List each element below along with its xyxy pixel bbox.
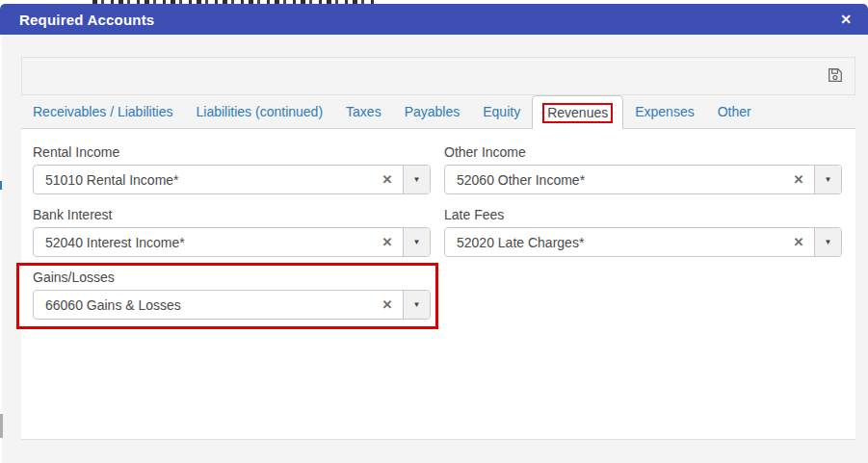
field-bank-interest: Bank Interest 52040 Interest Income* ✕ ▼ xyxy=(33,207,431,257)
bank-interest-label: Bank Interest xyxy=(33,207,431,222)
dropdown-toggle-button[interactable]: ▼ xyxy=(814,166,841,193)
bank-interest-combobox[interactable]: 52040 Interest Income* ✕ ▼ xyxy=(33,227,431,257)
dialog-header: Required Accounts ✕ xyxy=(0,4,868,35)
toolbar xyxy=(21,57,855,95)
field-other-income: Other Income 52060 Other Income* ✕ ▼ xyxy=(444,144,842,194)
other-income-value: 52060 Other Income* xyxy=(445,172,783,188)
clear-icon[interactable]: ✕ xyxy=(372,228,403,256)
dialog-body: Receivables / Liabilities Liabilities (c… xyxy=(0,35,868,440)
tab-expenses[interactable]: Expenses xyxy=(623,95,705,128)
rental-income-label: Rental Income xyxy=(33,144,431,160)
late-fees-label: Late Fees xyxy=(444,207,842,222)
tab-receivables-liabilities[interactable]: Receivables / Liabilities xyxy=(21,95,185,128)
caret-down-icon: ▼ xyxy=(413,301,421,309)
clear-icon[interactable]: ✕ xyxy=(783,166,814,193)
field-rental-income: Rental Income 51010 Rental Income* ✕ ▼ xyxy=(33,144,431,194)
accounts-form: Rental Income 51010 Rental Income* ✕ ▼ O… xyxy=(21,129,855,320)
revenues-tab-panel: Rental Income 51010 Rental Income* ✕ ▼ O… xyxy=(21,129,855,440)
tab-liabilities-continued[interactable]: Liabilities (continued) xyxy=(185,95,335,128)
caret-down-icon: ▼ xyxy=(413,176,421,184)
revenues-tab-highlight-box: Revenues xyxy=(542,103,613,123)
background-page-link-fragment xyxy=(0,181,2,190)
clear-icon[interactable]: ✕ xyxy=(372,291,403,319)
required-accounts-dialog: Required Accounts ✕ Receivables / Liabil… xyxy=(0,4,868,463)
gains-losses-value: 66060 Gains & Losses xyxy=(34,297,372,313)
tab-other[interactable]: Other xyxy=(706,95,763,128)
caret-down-icon: ▼ xyxy=(825,239,832,246)
other-income-combobox[interactable]: 52060 Other Income* ✕ ▼ xyxy=(444,165,842,194)
rental-income-combobox[interactable]: 51010 Rental Income* ✕ ▼ xyxy=(33,165,431,194)
bank-interest-value: 52040 Interest Income* xyxy=(34,235,372,250)
tab-payables[interactable]: Payables xyxy=(393,95,472,128)
late-fees-value: 52020 Late Charges* xyxy=(445,235,783,250)
gains-losses-combobox[interactable]: 66060 Gains & Losses ✕ ▼ xyxy=(33,290,431,320)
dropdown-toggle-button[interactable]: ▼ xyxy=(403,166,430,193)
save-button[interactable] xyxy=(825,65,846,87)
tab-taxes[interactable]: Taxes xyxy=(334,95,393,128)
caret-down-icon: ▼ xyxy=(825,176,832,184)
floppy-disk-save-icon xyxy=(828,67,843,86)
clear-icon[interactable]: ✕ xyxy=(783,228,814,256)
field-late-fees: Late Fees 52020 Late Charges* ✕ ▼ xyxy=(444,207,842,257)
dialog-title: Required Accounts xyxy=(0,12,154,28)
tab-revenues[interactable]: Revenues xyxy=(532,95,623,129)
other-income-label: Other Income xyxy=(444,144,842,160)
tab-bar: Receivables / Liabilities Liabilities (c… xyxy=(21,95,855,129)
dropdown-toggle-button[interactable]: ▼ xyxy=(403,228,430,256)
late-fees-combobox[interactable]: 52020 Late Charges* ✕ ▼ xyxy=(444,227,842,257)
background-page-left-edge xyxy=(0,35,2,463)
gains-losses-label: Gains/Losses xyxy=(33,270,431,285)
dropdown-toggle-button[interactable]: ▼ xyxy=(814,228,841,256)
field-gains-losses: Gains/Losses 66060 Gains & Losses ✕ ▼ xyxy=(33,270,431,320)
dropdown-toggle-button[interactable]: ▼ xyxy=(403,291,430,319)
tab-equity[interactable]: Equity xyxy=(471,95,532,128)
caret-down-icon: ▼ xyxy=(413,239,421,246)
background-page-scrollbar-fragment xyxy=(0,414,3,438)
clear-icon[interactable]: ✕ xyxy=(372,166,403,193)
rental-income-value: 51010 Rental Income* xyxy=(34,172,372,188)
close-icon[interactable]: ✕ xyxy=(840,4,852,35)
